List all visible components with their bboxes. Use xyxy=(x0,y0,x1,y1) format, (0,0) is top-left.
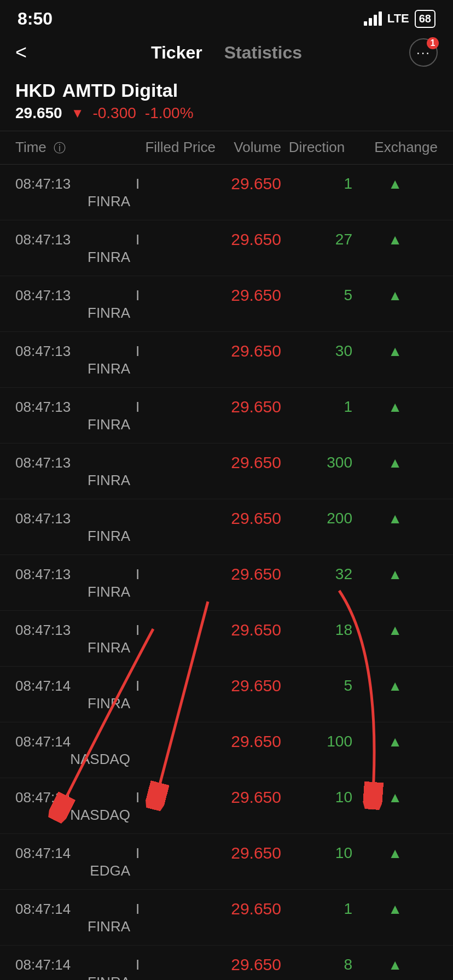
stock-ticker: HKD xyxy=(15,80,56,101)
direction-up-icon: ▲ xyxy=(352,287,438,304)
lte-label: LTE xyxy=(387,11,409,26)
table-row: 08:47:14 I 29.650 1 ▲ FINRA xyxy=(0,890,453,946)
back-button[interactable]: < xyxy=(15,43,27,62)
cell-indicator: I xyxy=(130,678,216,695)
cell-exchange: FINRA xyxy=(15,193,130,210)
cell-exchange: FINRA xyxy=(15,639,130,656)
cell-volume: 1 xyxy=(281,175,352,192)
cell-price: 29.650 xyxy=(216,230,281,249)
battery-icon: 68 xyxy=(415,10,435,28)
table-row: 08:47:14 I 29.650 5 ▲ FINRA xyxy=(0,667,453,722)
cell-volume: 10 xyxy=(281,789,352,806)
nav-bar: < Ticker Statistics ··· 1 xyxy=(0,33,453,74)
table-row: 08:47:13 I 29.650 1 ▲ FINRA xyxy=(0,165,453,220)
cell-price: 29.650 xyxy=(216,621,281,639)
cell-indicator: I xyxy=(130,622,216,639)
tab-statistics[interactable]: Statistics xyxy=(224,43,302,63)
cell-exchange: FINRA xyxy=(15,584,130,600)
cell-exchange: FINRA xyxy=(15,472,130,489)
cell-price: 29.650 xyxy=(216,955,281,974)
price-down-icon: ▼ xyxy=(71,106,84,121)
cell-time: 08:47:14 xyxy=(15,733,130,750)
direction-up-icon: ▲ xyxy=(352,231,438,248)
cell-exchange: EDGA xyxy=(15,862,130,879)
cell-volume: 18 xyxy=(281,621,352,639)
cell-price: 29.650 xyxy=(216,286,281,305)
cell-volume: 32 xyxy=(281,565,352,583)
menu-button[interactable]: ··· 1 xyxy=(409,38,438,67)
cell-indicator: I xyxy=(130,901,216,918)
cell-exchange: FINRA xyxy=(15,528,130,545)
cell-indicator: I xyxy=(130,566,216,583)
cell-price: 29.650 xyxy=(216,900,281,918)
cell-time: 08:47:14 xyxy=(15,789,130,806)
cell-price: 29.650 xyxy=(216,342,281,360)
col-direction-header: Direction xyxy=(281,139,352,156)
cell-volume: 10 xyxy=(281,844,352,862)
cell-exchange: FINRA xyxy=(15,305,130,322)
cell-volume: 30 xyxy=(281,342,352,360)
cell-time: 08:47:13 xyxy=(15,622,130,639)
cell-exchange: FINRA xyxy=(15,249,130,266)
direction-up-icon: ▲ xyxy=(352,789,438,806)
cell-volume: 300 xyxy=(281,454,352,471)
cell-time: 08:47:13 xyxy=(15,399,130,416)
cell-time: 08:47:13 xyxy=(15,454,130,471)
cell-price: 29.650 xyxy=(216,453,281,472)
cell-indicator: I xyxy=(130,176,216,192)
table-row: 08:47:13 I 29.650 32 ▲ FINRA xyxy=(0,555,453,611)
table-row: 08:47:13 I 29.650 5 ▲ FINRA xyxy=(0,276,453,332)
cell-time: 08:47:13 xyxy=(15,231,130,248)
direction-up-icon: ▲ xyxy=(352,845,438,862)
cell-exchange: FINRA xyxy=(15,416,130,433)
cell-indicator: I xyxy=(130,287,216,304)
cell-time: 08:47:14 xyxy=(15,845,130,862)
cell-price: 29.650 xyxy=(216,844,281,862)
direction-up-icon: ▲ xyxy=(352,901,438,918)
table-row: 08:47:13 I 29.650 30 ▲ FINRA xyxy=(0,332,453,388)
col-time-header: Time ⓘ xyxy=(15,139,130,156)
cell-exchange: NASDAQ xyxy=(15,751,130,768)
cell-price: 29.650 xyxy=(216,565,281,584)
cell-exchange: FINRA xyxy=(15,918,130,935)
direction-up-icon: ▲ xyxy=(352,622,438,639)
cell-volume: 8 xyxy=(281,956,352,973)
stock-title: HKDAMTD Digital xyxy=(15,80,438,101)
table-row: 08:47:13 I 29.650 1 ▲ FINRA xyxy=(0,388,453,444)
cell-exchange: FINRA xyxy=(15,974,130,980)
direction-up-icon: ▲ xyxy=(352,510,438,527)
info-icon: ⓘ xyxy=(54,141,66,155)
cell-volume: 5 xyxy=(281,677,352,695)
signal-bar-3 xyxy=(374,15,377,26)
cell-volume: 1 xyxy=(281,900,352,918)
direction-up-icon: ▲ xyxy=(352,566,438,583)
tab-ticker[interactable]: Ticker xyxy=(151,43,202,63)
col-exchange-header: Exchange xyxy=(352,139,438,156)
direction-up-icon: ▲ xyxy=(352,454,438,471)
cell-time: 08:47:14 xyxy=(15,956,130,973)
cell-volume: 5 xyxy=(281,287,352,304)
col-price-header: Filled Price xyxy=(130,139,216,156)
status-bar: 8:50 LTE 68 xyxy=(0,0,453,33)
cell-volume: 27 xyxy=(281,231,352,248)
table-row: 08:47:13 29.650 300 ▲ FINRA xyxy=(0,444,453,499)
signal-bar-2 xyxy=(369,18,372,26)
cell-price: 29.650 xyxy=(216,174,281,193)
cell-time: 08:47:13 xyxy=(15,287,130,304)
stock-change-pct: -1.00% xyxy=(145,104,194,122)
table-row: 08:47:14 I 29.650 10 ▲ EDGA xyxy=(0,834,453,890)
cell-price: 29.650 xyxy=(216,509,281,528)
cell-price: 29.650 xyxy=(216,676,281,695)
cell-exchange: FINRA xyxy=(15,360,130,377)
col-volume-header: Volume xyxy=(216,139,281,156)
nav-tabs: Ticker Statistics xyxy=(151,43,302,63)
table-row: 08:47:13 I 29.650 27 ▲ FINRA xyxy=(0,220,453,276)
cell-indicator: I xyxy=(130,789,216,806)
direction-up-icon: ▲ xyxy=(352,399,438,416)
cell-price: 29.650 xyxy=(216,788,281,807)
direction-up-icon: ▲ xyxy=(352,733,438,750)
stock-price: 29.650 xyxy=(15,104,62,122)
cell-indicator: I xyxy=(130,845,216,862)
cell-price: 29.650 xyxy=(216,398,281,416)
direction-up-icon: ▲ xyxy=(352,678,438,695)
